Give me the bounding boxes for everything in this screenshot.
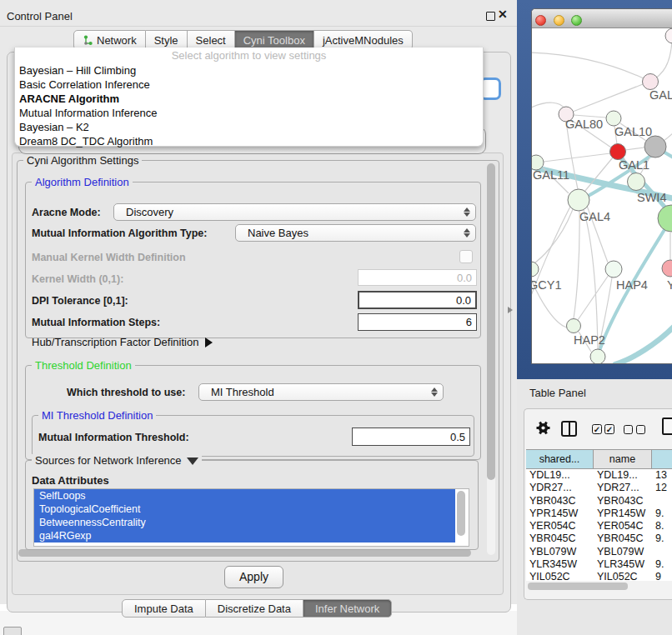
data-attributes-list[interactable]: SelfLoopsTopologicalCoefficientBetweenne…	[33, 488, 469, 547]
network-node[interactable]	[658, 205, 672, 232]
algorithm-option[interactable]: Bayesian – Hill Climbing	[15, 63, 483, 78]
manual-kernel-checkbox[interactable]	[459, 250, 473, 263]
network-node[interactable]	[590, 349, 605, 364]
network-edge[interactable]	[625, 148, 644, 150]
table-cell: YBL079W	[594, 546, 652, 558]
table-cell: 13	[652, 469, 672, 482]
settings-horizontal-scrollbar-thumb[interactable]	[18, 549, 471, 557]
network-node[interactable]	[665, 28, 672, 43]
table-cell: 8.	[652, 520, 672, 532]
table-header-row[interactable]: shared... name	[526, 449, 672, 469]
table-cell: YLR345W	[594, 558, 652, 571]
stepper-arrows-icon	[464, 207, 471, 218]
network-node-gal10[interactable]	[606, 111, 621, 126]
settings-vertical-scrollbar-thumb[interactable]	[487, 163, 495, 480]
which-threshold-combo[interactable]: MI Threshold	[198, 383, 444, 401]
bottom-tab-discretize-data[interactable]: Discretize Data	[206, 599, 303, 618]
network-edge[interactable]	[544, 153, 610, 162]
table-row[interactable]: YBR043CYBR043C	[526, 495, 672, 508]
table-row[interactable]: YBR045CYBR045C9.	[526, 532, 672, 545]
network-view-window[interactable]: GALGAL80GAL10GAL1GAL11SWI4GAL4GCY1HAP4YH…	[531, 8, 672, 364]
table-row[interactable]: YDL19...YDL19...13	[526, 469, 672, 482]
bottom-tab-infer-network[interactable]: Infer Network	[303, 599, 392, 618]
attribute-list-item[interactable]: TopologicalCoefficient	[34, 502, 455, 516]
float-window-icon[interactable]	[486, 12, 495, 21]
table-cell: YDR27...	[526, 482, 594, 494]
columns-icon[interactable]	[561, 421, 577, 437]
close-traffic-light-icon[interactable]	[535, 15, 546, 26]
network-edge[interactable]	[664, 129, 672, 141]
algorithm-option[interactable]: Mutual Information Inference	[15, 106, 483, 120]
table-cell: 9.	[652, 532, 672, 545]
zoom-traffic-light-icon[interactable]	[571, 15, 582, 26]
network-node[interactable]	[644, 136, 666, 158]
table-body[interactable]: YDL19...YDL19...13YDR27...YDR27...12YBR0…	[526, 469, 672, 581]
aracne-mode-label: Aracne Mode:	[32, 207, 101, 218]
unchecked-checkbox-icon[interactable]	[624, 425, 633, 434]
table-row[interactable]: YER054CYER054C8.	[526, 520, 672, 532]
network-edge[interactable]	[532, 209, 573, 267]
mi-type-combo[interactable]: Naive Bayes	[235, 224, 476, 242]
node-label: GAL80	[565, 118, 603, 131]
algorithm-dropdown-list: Select algorithm to view settings Bayesi…	[14, 48, 484, 147]
network-node-gcy1[interactable]	[532, 262, 539, 277]
network-graph-canvas[interactable]: GALGAL80GAL10GAL1GAL11SWI4GAL4GCY1HAP4YH…	[532, 28, 672, 364]
network-node-gal4[interactable]	[568, 189, 589, 211]
collapsed-panel-button[interactable]	[3, 627, 22, 635]
column-header-shared-name[interactable]: shared...	[526, 450, 594, 468]
table-row[interactable]: YIL052CYIL052C9	[526, 571, 672, 581]
table-row[interactable]: YDR27...YDR27...12	[526, 482, 672, 494]
dpi-tolerance-input[interactable]	[358, 291, 477, 309]
algorithm-option[interactable]: ARACNE Algorithm	[15, 92, 483, 106]
attributes-scrollbar-thumb[interactable]	[457, 491, 465, 536]
bottom-tab-bar: Impute DataDiscretize DataInfer Network	[122, 599, 392, 618]
table-row[interactable]: YLR345WYLR345W9.	[526, 558, 672, 571]
table-row[interactable]: YBL079WYBL079W	[526, 546, 672, 558]
network-node-y[interactable]	[662, 260, 672, 277]
network-edge[interactable]	[615, 324, 672, 364]
algorithm-option[interactable]: Dream8 DC_TDC Algorithm	[15, 134, 483, 148]
network-edge[interactable]	[578, 275, 609, 320]
attribute-list-item[interactable]: BetweennessCentrality	[34, 516, 455, 529]
network-edge[interactable]	[574, 211, 579, 318]
mi-threshold-input[interactable]	[352, 428, 470, 446]
network-window-titlebar[interactable]	[532, 9, 672, 28]
algorithm-option[interactable]: Basic Correlation Inference	[15, 78, 483, 92]
algorithm-option[interactable]: Bayesian – K2	[15, 120, 483, 134]
network-edge[interactable]	[532, 102, 564, 108]
network-node-hap4[interactable]	[605, 261, 622, 278]
table-cell: YBR043C	[526, 495, 594, 508]
network-node-swi4[interactable]	[628, 173, 645, 191]
attribute-list-item[interactable]: gal4RGexp	[34, 529, 455, 542]
node-label: GAL11	[533, 168, 569, 182]
table-panel-title: Table Panel	[529, 387, 586, 399]
unchecked-checkbox-icon[interactable]	[636, 425, 645, 434]
cyni-algorithm-settings-title: Cyni Algorithm Settings	[23, 154, 142, 167]
minimize-traffic-light-icon[interactable]	[554, 15, 564, 26]
table-row[interactable]: YPR145WYPR145W9.	[526, 508, 672, 520]
column-header-partial[interactable]	[652, 450, 672, 468]
mi-steps-input[interactable]	[358, 313, 477, 331]
aracne-mode-combo[interactable]: Discovery	[113, 203, 476, 221]
network-edge[interactable]	[532, 52, 650, 82]
kernel-width-input[interactable]	[358, 269, 477, 286]
attribute-list-item[interactable]: SelfLoops	[34, 489, 455, 502]
checked-checkbox-icon[interactable]: ✓	[604, 424, 614, 434]
splitter-collapse-arrow[interactable]	[508, 307, 513, 313]
hub-definition-expander[interactable]: Hub/Transcription Factor Definition	[32, 336, 213, 348]
network-edge[interactable]	[573, 84, 643, 112]
network-node-gal1[interactable]	[610, 144, 626, 160]
network-node-gal[interactable]	[643, 74, 659, 90]
close-icon[interactable]: ✕	[498, 8, 508, 21]
column-header-name[interactable]: name	[594, 450, 652, 468]
document-icon[interactable]	[662, 418, 672, 435]
table-cell	[652, 495, 672, 508]
gear-icon[interactable]	[535, 420, 551, 436]
checked-checkbox-icon[interactable]: ✓	[592, 424, 602, 434]
manual-kernel-label: Manual Kernel Width Definition	[32, 252, 186, 263]
network-node-hap2[interactable]	[567, 319, 581, 333]
apply-button[interactable]: Apply	[224, 566, 283, 588]
mi-type-label: Mutual Information Algorithm Type:	[32, 228, 207, 239]
bottom-tab-impute-data[interactable]: Impute Data	[122, 599, 206, 618]
table-horizontal-scrollbar-thumb[interactable]	[528, 582, 628, 590]
